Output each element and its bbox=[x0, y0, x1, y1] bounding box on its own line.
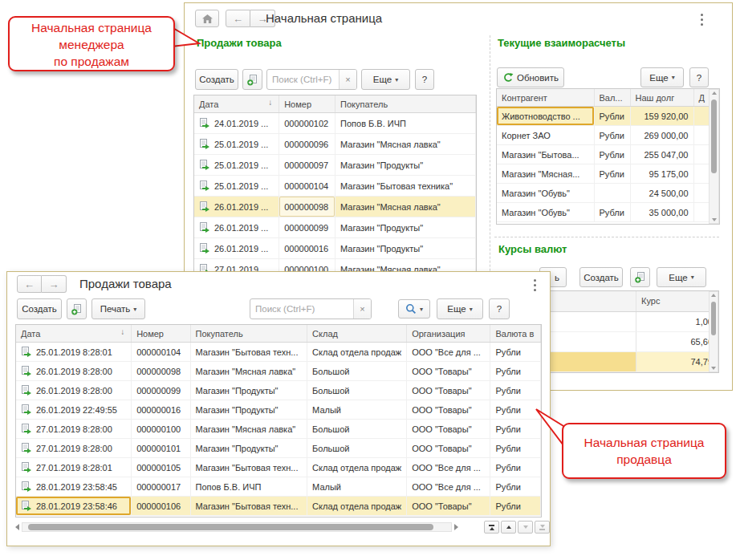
table-cell[interactable]: 25.01.2019 ... bbox=[194, 155, 279, 176]
more-button[interactable]: Еще▾ bbox=[361, 69, 410, 90]
column-header[interactable]: Покупатель bbox=[190, 325, 307, 343]
table-cell[interactable]: Склад отдела продаж bbox=[307, 458, 407, 477]
table-cell[interactable]: Рубли bbox=[490, 343, 541, 362]
table-cell[interactable] bbox=[594, 184, 630, 203]
go-previous-button[interactable] bbox=[501, 521, 516, 534]
column-header[interactable]: Склад bbox=[307, 325, 407, 343]
table-cell[interactable]: Рубли bbox=[594, 145, 630, 164]
table-row[interactable]: 26.01.2019 8:28:00000000099Магазин "Прод… bbox=[16, 381, 541, 400]
table-cell[interactable]: 26.01.2019 ... bbox=[194, 217, 279, 238]
table-cell[interactable]: 25.01.2019 ... bbox=[194, 176, 279, 197]
table-cell[interactable]: 65,66 bbox=[636, 332, 718, 351]
table-row[interactable]: 1,00 bbox=[551, 312, 718, 332]
table-cell[interactable]: 000000016 bbox=[279, 238, 335, 259]
column-header[interactable]: Номер bbox=[279, 95, 335, 113]
scroll-right-icon[interactable] bbox=[454, 524, 458, 530]
table-cell[interactable]: 000000096 bbox=[279, 134, 335, 155]
create-button[interactable]: Создать bbox=[17, 298, 62, 319]
table-row[interactable]: 25.01.2019 ...000000097Магазин "Продукты… bbox=[194, 155, 476, 176]
table-row[interactable]: Магазин "Бытова...Рубли255 047,00 bbox=[497, 145, 710, 164]
create-button[interactable]: Создать bbox=[195, 69, 238, 90]
table-row[interactable]: Магазин "Мясная...Рубли95 175,00 bbox=[497, 164, 710, 184]
column-header[interactable]: Организация bbox=[407, 325, 490, 343]
table-cell[interactable]: Склад отдела продаж bbox=[307, 343, 407, 362]
more-button[interactable]: Еще▾ bbox=[640, 67, 684, 87]
table-cell[interactable]: 000000106 bbox=[132, 497, 190, 516]
table-cell[interactable]: 000000104 bbox=[132, 343, 190, 362]
vertical-scrollbar[interactable] bbox=[709, 89, 719, 224]
table-row[interactable]: 27.01.2019 8:28:00000000101Магазин "Прод… bbox=[16, 439, 541, 458]
table-row[interactable]: 25.01.2019 ...000000104Магазин "Бытовая … bbox=[194, 176, 476, 197]
table-row[interactable]: Магазин "Обувь"Рубли35 000,00 bbox=[497, 203, 710, 222]
scrollbar-thumb[interactable] bbox=[711, 99, 717, 173]
table-cell[interactable]: Магазин "Мясная лавка" bbox=[190, 420, 307, 439]
table-cell[interactable]: Магазин "Бытовая техника" bbox=[335, 176, 476, 197]
table-cell[interactable] bbox=[551, 352, 636, 371]
table-cell[interactable]: Склад отдела продаж bbox=[307, 497, 407, 516]
table-cell[interactable]: 000000102 bbox=[279, 113, 335, 134]
table-cell[interactable]: 000000097 bbox=[279, 155, 335, 176]
table-cell[interactable]: 000000104 bbox=[279, 176, 335, 197]
scroll-up-icon[interactable] bbox=[710, 91, 718, 95]
back-button[interactable]: ← bbox=[226, 10, 250, 27]
table-cell[interactable] bbox=[551, 332, 636, 351]
scroll-left-icon[interactable] bbox=[15, 524, 19, 530]
table-cell[interactable]: 159 920,00 bbox=[630, 107, 693, 126]
table-cell[interactable]: ООО "Товары" bbox=[407, 400, 490, 420]
table-cell[interactable]: Магазин "Продукты" bbox=[335, 238, 476, 259]
create-button[interactable]: Создать bbox=[579, 267, 623, 287]
table-cell[interactable]: Магазин "Продукты" bbox=[335, 155, 476, 176]
column-header[interactable]: Номер bbox=[132, 325, 190, 343]
table-cell[interactable]: 269 000,00 bbox=[630, 126, 693, 145]
table-cell[interactable]: 255 047,00 bbox=[630, 145, 693, 164]
table-cell[interactable]: 27.01.2019 8:28:00 bbox=[16, 439, 132, 458]
table-cell[interactable]: Большой bbox=[307, 420, 407, 439]
table-row[interactable]: Корнет ЗАОРубли269 000,00 bbox=[497, 126, 710, 145]
table-cell[interactable]: Рубли bbox=[594, 203, 630, 222]
table-cell[interactable] bbox=[693, 164, 710, 184]
table-cell[interactable]: Магазин "Продукты" bbox=[190, 400, 307, 420]
table-cell[interactable]: ООО "Товары" bbox=[407, 420, 490, 439]
table-cell[interactable] bbox=[693, 184, 710, 203]
table-cell[interactable]: Магазин "Мясная... bbox=[497, 164, 594, 184]
table-row[interactable]: 27.01.2019 8:28:01000000105Магазин "Быто… bbox=[16, 458, 541, 477]
column-header[interactable]: Вал... bbox=[594, 89, 630, 107]
scrollbar-thumb[interactable] bbox=[28, 524, 433, 530]
table-cell[interactable]: Попов Б.В. ИЧП bbox=[335, 113, 476, 134]
table-row[interactable]: 65,66 bbox=[551, 332, 718, 352]
table-cell[interactable]: 24.01.2019 ... bbox=[194, 113, 279, 134]
table-cell[interactable]: 000000099 bbox=[279, 217, 335, 238]
help-button[interactable]: ? bbox=[489, 298, 510, 319]
kebab-menu-icon[interactable] bbox=[529, 278, 540, 292]
column-header[interactable]: Дата↓ bbox=[194, 95, 279, 113]
table-row[interactable]: 74,79 bbox=[551, 352, 718, 372]
table-row[interactable]: 26.01.2019 ...000000016Магазин "Продукты… bbox=[194, 238, 476, 259]
clear-search-icon[interactable]: × bbox=[339, 70, 356, 89]
column-header[interactable]: Контрагент bbox=[497, 89, 594, 107]
table-cell[interactable]: Магазин "Бытовая техн... bbox=[190, 343, 307, 362]
clear-search-icon[interactable]: × bbox=[353, 299, 371, 319]
table-cell[interactable]: Рубли bbox=[490, 362, 541, 381]
forward-button[interactable]: → bbox=[42, 275, 67, 293]
table-cell[interactable]: 000000105 bbox=[132, 458, 190, 477]
table-cell[interactable]: Большой bbox=[307, 439, 407, 458]
go-next-button[interactable] bbox=[518, 521, 533, 534]
table-row[interactable]: Животноводство ...Рубли159 920,00 bbox=[497, 107, 710, 126]
table-cell[interactable] bbox=[693, 203, 710, 222]
table-cell[interactable] bbox=[693, 126, 710, 145]
table-cell[interactable]: 000000101 bbox=[132, 439, 190, 458]
table-cell[interactable]: ООО "Товары" bbox=[407, 497, 490, 516]
table-cell[interactable]: Магазин "Обувь" bbox=[497, 203, 594, 222]
column-header[interactable]: Д bbox=[693, 89, 710, 107]
table-cell[interactable]: Корнет ЗАО bbox=[497, 126, 594, 145]
table-cell[interactable]: 1,00 bbox=[636, 312, 718, 331]
scroll-up-icon[interactable] bbox=[710, 294, 718, 297]
table-cell[interactable]: Рубли bbox=[594, 107, 630, 126]
advanced-search-button[interactable]: ▾ bbox=[398, 299, 430, 319]
table-row[interactable]: 28.01.2019 23:58:45000000017Попов Б.В. И… bbox=[16, 477, 541, 497]
table-cell[interactable]: Магазин "Бытова... bbox=[497, 145, 594, 164]
table-row[interactable]: 25.01.2019 ...000000096Магазин "Мясная л… bbox=[194, 134, 476, 155]
table-cell[interactable]: 27.01.2019 8:28:01 bbox=[16, 458, 132, 477]
table-row[interactable]: 26.01.2019 8:28:00000000098Магазин "Мясн… bbox=[16, 362, 541, 381]
table-cell[interactable]: Рубли bbox=[490, 458, 541, 477]
